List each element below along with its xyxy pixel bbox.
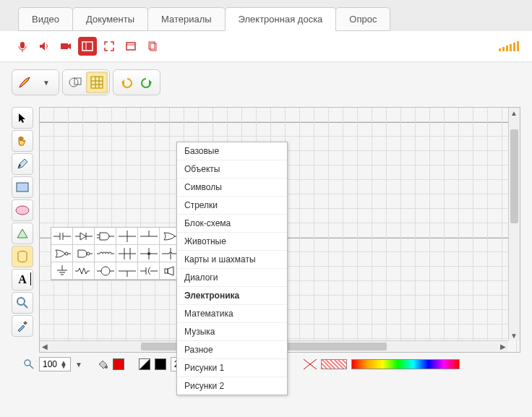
undo-icon[interactable] bbox=[115, 72, 137, 93]
hand-tool[interactable] bbox=[12, 130, 33, 152]
camera-icon[interactable] bbox=[56, 37, 75, 56]
sym-source[interactable] bbox=[95, 262, 116, 280]
pointer-tool[interactable] bbox=[12, 107, 33, 129]
signal-icon bbox=[499, 41, 519, 51]
sym-nor-gate[interactable] bbox=[51, 245, 73, 262]
menu-arrows[interactable]: Стрелки bbox=[177, 197, 287, 215]
brush-icon[interactable] bbox=[14, 72, 35, 93]
svg-point-60 bbox=[147, 252, 150, 255]
overlap-icon[interactable] bbox=[64, 72, 86, 93]
tab-video[interactable]: Видео bbox=[18, 7, 73, 31]
tab-bar: Видео Документы Материалы Электронная до… bbox=[0, 0, 532, 31]
sym-junction[interactable] bbox=[116, 228, 138, 245]
menu-symbols[interactable]: Символы bbox=[177, 179, 287, 197]
tab-materials[interactable]: Материалы bbox=[147, 7, 226, 31]
top-toolbar bbox=[0, 31, 532, 62]
svg-rect-5 bbox=[82, 42, 93, 51]
bucket-icon[interactable] bbox=[97, 358, 108, 370]
svg-rect-76 bbox=[165, 269, 168, 273]
tab-whiteboard[interactable]: Электронная доска bbox=[225, 7, 337, 31]
svg-marker-25 bbox=[17, 229, 27, 238]
sym-junction2[interactable] bbox=[138, 228, 160, 245]
svg-point-53 bbox=[87, 252, 90, 255]
svg-marker-21 bbox=[18, 159, 27, 168]
sym-resistor[interactable] bbox=[73, 262, 95, 280]
triangle-tool[interactable] bbox=[12, 223, 33, 244]
menu-electronics[interactable]: Электроника bbox=[177, 287, 287, 305]
sym-cross4[interactable] bbox=[116, 262, 138, 280]
tab-documents[interactable]: Документы bbox=[72, 7, 148, 31]
sym-diode[interactable] bbox=[73, 228, 95, 245]
sym-capacitor2[interactable] bbox=[138, 262, 160, 280]
svg-point-27 bbox=[17, 298, 25, 305]
window-icon[interactable] bbox=[121, 37, 140, 56]
menu-flowchart[interactable]: Блок-схема bbox=[177, 215, 287, 233]
edit-toolbar: ▼ bbox=[12, 69, 520, 95]
svg-rect-29 bbox=[23, 321, 27, 325]
zoom-dropdown[interactable]: ▼ bbox=[75, 361, 82, 369]
shape-category-menu: Базовые Объекты Символы Стрелки Блок-схе… bbox=[176, 142, 288, 395]
sym-nand-gate[interactable] bbox=[73, 245, 95, 262]
fill-color-swatch[interactable] bbox=[113, 358, 124, 370]
redo-icon[interactable] bbox=[137, 72, 158, 93]
electronics-palette bbox=[51, 227, 182, 280]
tab-poll[interactable]: Опрос bbox=[335, 7, 390, 31]
stroke-color-swatch[interactable] bbox=[155, 358, 166, 370]
svg-marker-20 bbox=[19, 113, 25, 123]
sym-cross2[interactable] bbox=[138, 245, 160, 262]
zoom-input[interactable]: 100▲▼ bbox=[39, 357, 71, 371]
menu-math[interactable]: Математика bbox=[177, 305, 287, 323]
board-icon[interactable] bbox=[78, 37, 97, 56]
svg-point-11 bbox=[69, 78, 78, 87]
hatch-swatch[interactable] bbox=[321, 359, 347, 369]
brush-dropdown[interactable]: ▼ bbox=[35, 72, 57, 93]
svg-point-32 bbox=[105, 366, 108, 369]
ellipse-tool[interactable] bbox=[12, 199, 33, 221]
color-spectrum[interactable] bbox=[351, 359, 460, 369]
menu-basic[interactable]: Базовые bbox=[177, 142, 287, 160]
sym-inductor[interactable] bbox=[95, 245, 116, 262]
copy-icon[interactable] bbox=[143, 37, 162, 56]
menu-objects[interactable]: Объекты bbox=[177, 160, 287, 179]
svg-point-30 bbox=[25, 360, 30, 366]
menu-drawings2[interactable]: Рисунки 2 bbox=[177, 377, 287, 395]
svg-marker-77 bbox=[168, 267, 173, 275]
v-scroll-thumb[interactable] bbox=[510, 129, 518, 223]
svg-rect-3 bbox=[61, 43, 68, 49]
fullscreen-icon[interactable] bbox=[100, 37, 119, 56]
svg-point-24 bbox=[16, 206, 29, 215]
grid-icon[interactable] bbox=[86, 72, 108, 93]
svg-rect-13 bbox=[91, 77, 103, 88]
sym-capacitor[interactable] bbox=[51, 228, 73, 245]
svg-rect-23 bbox=[17, 183, 28, 192]
no-color-icon[interactable] bbox=[304, 359, 317, 369]
vertical-scrollbar[interactable]: ▲ ▼ bbox=[508, 108, 520, 340]
zoom-tool[interactable] bbox=[12, 292, 33, 314]
eyedropper-tool[interactable] bbox=[12, 315, 33, 337]
pencil-tool[interactable] bbox=[12, 153, 33, 175]
menu-animals[interactable]: Животные bbox=[177, 233, 287, 251]
mic-icon[interactable] bbox=[13, 37, 32, 56]
svg-point-69 bbox=[101, 267, 110, 275]
svg-marker-4 bbox=[68, 43, 71, 49]
svg-line-31 bbox=[30, 365, 33, 369]
sym-cross[interactable] bbox=[116, 245, 138, 262]
svg-line-28 bbox=[24, 304, 27, 308]
menu-drawings1[interactable]: Рисунки 1 bbox=[177, 359, 287, 377]
svg-rect-0 bbox=[20, 42, 25, 48]
menu-music[interactable]: Музыка bbox=[177, 323, 287, 341]
speaker-icon[interactable] bbox=[35, 37, 53, 56]
menu-cards-chess[interactable]: Карты и шахматы bbox=[177, 251, 287, 269]
sym-and-gate[interactable] bbox=[95, 228, 116, 245]
rect-tool[interactable] bbox=[12, 176, 33, 198]
stroke-style[interactable] bbox=[139, 358, 150, 370]
shape-library-tool[interactable] bbox=[12, 246, 33, 267]
menu-dialogs[interactable]: Диалоги bbox=[177, 269, 287, 287]
svg-marker-2 bbox=[40, 42, 45, 51]
menu-misc[interactable]: Разное bbox=[177, 341, 287, 359]
text-tool[interactable]: A bbox=[12, 269, 33, 291]
sym-ground[interactable] bbox=[51, 262, 73, 280]
zoom-icon[interactable] bbox=[23, 358, 35, 370]
svg-rect-7 bbox=[126, 43, 135, 50]
vertical-toolbox: A bbox=[12, 107, 35, 353]
